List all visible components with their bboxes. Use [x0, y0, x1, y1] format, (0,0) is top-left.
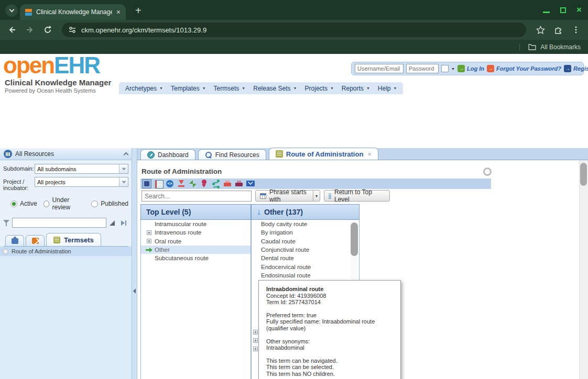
chevron-down-icon[interactable]: ▼ [313, 191, 320, 201]
username-field[interactable] [355, 64, 404, 73]
termset-row[interactable]: Endocervical route [252, 262, 359, 271]
row-icon[interactable] [145, 238, 153, 244]
row-icon[interactable] [145, 221, 153, 227]
status-radio[interactable]: Active [10, 196, 37, 211]
minimize-icon[interactable] [543, 12, 550, 13]
extensions-icon[interactable] [551, 23, 565, 37]
termset-row[interactable]: By irrigation [252, 228, 359, 237]
all-resources-header[interactable]: All Resources [0, 148, 132, 160]
chevron-down-icon[interactable]: ▼ [451, 67, 455, 71]
termset-row[interactable]: Dental route [252, 254, 359, 262]
menu-item[interactable]: Archetypes▼ [125, 85, 163, 92]
forgot-password-link[interactable]: →Forgot Your Password? [487, 65, 561, 72]
main-tab[interactable]: Route of Administration × [269, 148, 378, 160]
remember-me-checkbox[interactable] [441, 65, 449, 72]
termset-row[interactable]: Intravenous route [141, 228, 251, 237]
page-scrollbar-thumb[interactable] [580, 163, 587, 186]
site-info-icon[interactable] [69, 26, 76, 34]
log-in-button[interactable]: →Log In [458, 65, 484, 72]
menu-item[interactable]: Projects▼ [305, 85, 334, 92]
bookmark-star-icon[interactable] [533, 23, 547, 37]
termset-row[interactable]: Caudal route [252, 237, 359, 246]
termset-row[interactable]: Other [141, 246, 251, 254]
termset-row[interactable]: Endosinusial route [252, 271, 359, 280]
maximize-icon[interactable] [560, 7, 566, 13]
term-id: Term Id: 2577437014 [266, 299, 393, 306]
radio-icon [10, 200, 17, 207]
menu-item[interactable]: Reports▼ [342, 85, 370, 92]
register-link[interactable]: →Register [564, 65, 588, 72]
project-select[interactable]: All projects [35, 177, 128, 187]
filter-input[interactable] [12, 218, 106, 228]
subdomain-select[interactable]: All subdomains [35, 164, 128, 174]
print-all-icon[interactable] [234, 179, 244, 188]
reload-icon[interactable] [41, 23, 55, 37]
download-icon[interactable] [177, 179, 186, 188]
apply-filter-icon[interactable] [109, 219, 117, 227]
main-tab[interactable]: Dashboard × [140, 149, 195, 160]
column-header: ↓ Other (137) [251, 204, 360, 220]
page-scrollbar[interactable] [579, 160, 588, 379]
display-toggle-icon[interactable] [142, 179, 151, 188]
bullet-icon [3, 249, 8, 254]
collapse-icon[interactable] [188, 179, 198, 188]
go-to-icon[interactable] [120, 219, 128, 227]
tab-search-button[interactable] [5, 4, 18, 17]
termset-row[interactable]: Oral route [141, 237, 251, 246]
share-icon[interactable] [211, 179, 221, 188]
arrow-icon: → [487, 65, 494, 72]
print-icon[interactable] [223, 179, 232, 188]
descend-arrow-icon: ↓ [257, 208, 261, 216]
chevron-down-icon[interactable] [119, 164, 128, 173]
password-field[interactable] [406, 64, 439, 73]
openehr-logo[interactable]: openEHR [3, 53, 100, 78]
termset-row[interactable]: Body cavity route [252, 220, 359, 228]
termset-row[interactable]: Intramuscular route [141, 220, 251, 228]
main-tab[interactable]: Find Resources × [198, 149, 266, 160]
return-top-level-button[interactable]: Return to Top Level [324, 190, 390, 202]
termset-row[interactable]: Conjunctival route [252, 246, 359, 254]
back-icon[interactable] [5, 23, 19, 37]
menu-item[interactable]: Help▼ [378, 85, 397, 92]
menu-item[interactable]: Templates▼ [171, 85, 206, 92]
expand-icon[interactable] [253, 330, 258, 335]
address-bar[interactable]: ckm.openehr.org/ckm/termsets/1013.29.9 [62, 23, 526, 37]
new-tab-button[interactable]: + [135, 5, 141, 16]
close-window-icon[interactable]: × [576, 6, 582, 14]
fully-specified-name: Fully specified name: Intraabdominal rou… [266, 318, 393, 331]
ribbon-icon[interactable] [200, 179, 209, 188]
tab-archetypes[interactable] [5, 235, 24, 246]
browser-menu-icon[interactable] [569, 23, 583, 37]
expand-icon[interactable] [253, 347, 258, 351]
sidebar-splitter[interactable] [132, 148, 137, 379]
chevron-down-icon[interactable] [119, 177, 128, 186]
row-icon[interactable] [145, 230, 153, 236]
tab-templates[interactable] [26, 235, 45, 246]
list-scrollbar-thumb[interactable] [351, 222, 358, 256]
menu-item[interactable]: Termsets▼ [214, 85, 246, 92]
notes-icon[interactable] [154, 179, 163, 188]
collapse-icon[interactable] [124, 152, 129, 158]
row-icon[interactable] [145, 255, 153, 261]
tree-item[interactable]: Route of Administration [0, 247, 132, 256]
site-favicon-icon [25, 9, 32, 16]
email-icon[interactable] [246, 179, 255, 188]
row-icon[interactable] [145, 247, 153, 253]
search-input[interactable] [141, 191, 252, 202]
status-radio[interactable]: Under review [43, 196, 85, 211]
browser-tab[interactable]: Clinical Knowledge Manager × [20, 4, 126, 20]
termset-row[interactable]: Subcutaneous route [141, 254, 251, 262]
tab-close-icon[interactable]: × [367, 150, 372, 158]
tab-close-icon[interactable]: × [116, 8, 121, 16]
forward-icon[interactable] [23, 23, 37, 37]
browser-window: Clinical Knowledge Manager × + × ckm.ope… [0, 0, 588, 379]
xml-icon[interactable] [165, 179, 175, 188]
other-synonyms-label: Other synonyms: [266, 338, 393, 345]
separator [519, 43, 520, 51]
menu-item[interactable]: Release Sets▼ [253, 85, 297, 92]
status-radio[interactable]: Published [91, 196, 128, 211]
expand-icon[interactable] [253, 338, 258, 343]
all-bookmarks-button[interactable]: All Bookmarks [540, 43, 581, 51]
phrase-mode-button[interactable]: Phrase starts with ▼ [255, 190, 320, 202]
tab-termsets[interactable]: Termsets [46, 233, 101, 246]
